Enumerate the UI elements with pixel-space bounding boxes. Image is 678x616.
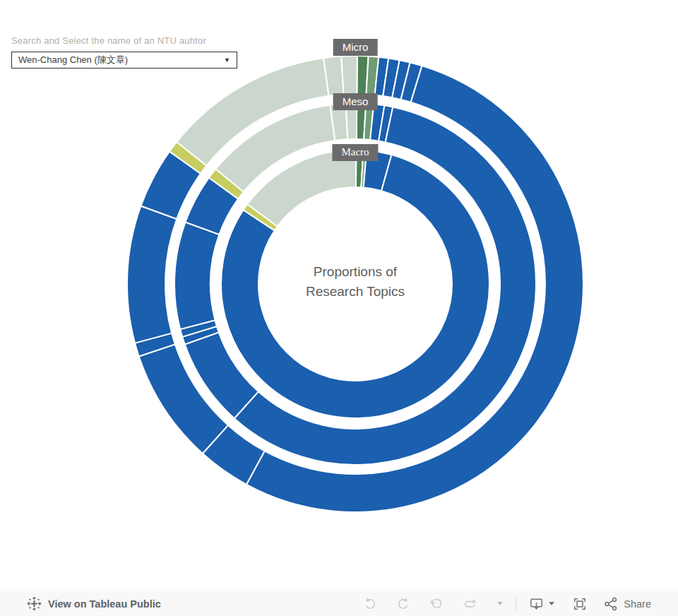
ring-label-macro: Macro [332,144,378,161]
revert-button[interactable] [429,597,444,611]
undo-icon [363,597,377,611]
tableau-logo-icon [27,596,42,611]
revert-icon [429,597,444,611]
fullscreen-button[interactable] [573,597,587,611]
caret-down-icon[interactable] [549,602,554,605]
share-icon [604,597,618,611]
download-controls [529,597,554,611]
redo-button[interactable] [396,597,410,611]
ring-label-meso: Meso [333,93,378,110]
download-button[interactable] [529,597,544,611]
fullscreen-icon [573,597,587,611]
ring-label-micro: Micro [333,39,378,56]
chart-center-title: Proportions of Research Topics [267,262,444,302]
view-on-tableau-public-link[interactable]: View on Tableau Public [27,596,161,611]
view-on-tableau-public-label: View on Tableau Public [48,598,161,610]
tableau-public-viz: Search and Select the name of an NTU auh… [0,0,678,616]
chart-center-title-line1: Proportions of [267,262,444,282]
caret-down-icon[interactable] [497,602,503,605]
segment-meso-blue[interactable] [174,222,219,329]
undo-button[interactable] [363,597,377,611]
refresh-icon [463,597,478,611]
share-button[interactable]: Share [604,597,651,611]
chart-center-title-line2: Research Topics [267,282,444,302]
refresh-button[interactable] [463,597,478,611]
segment-micro-sage[interactable] [341,56,357,95]
toolbar-divider [516,598,516,610]
tableau-toolbar: View on Tableau Public [0,591,678,616]
share-label: Share [624,598,651,610]
download-icon [529,597,544,611]
segment-micro-blue[interactable] [127,206,177,343]
history-controls [363,597,503,611]
redo-icon [396,597,410,611]
